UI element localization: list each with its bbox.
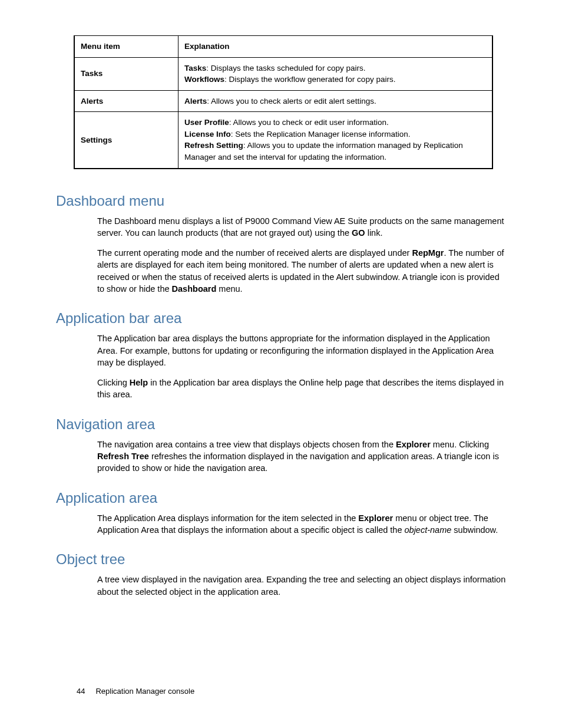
table-header-row: Menu item Explanation — [74, 36, 492, 58]
page-footer: 44Replication Manager console — [77, 687, 194, 696]
text-bold: Dashboard — [172, 284, 217, 294]
table-row: Tasks Tasks: Displays the tasks schedule… — [74, 57, 492, 90]
footer-title: Replication Manager console — [95, 687, 194, 696]
term-label: Refresh Setting — [184, 141, 243, 150]
term-label: Alerts — [184, 97, 207, 106]
text-run: refreshes the information displayed in t… — [97, 452, 499, 473]
text-run: link. — [365, 228, 383, 238]
heading-navigation-area: Navigation area — [56, 416, 506, 433]
heading-dashboard-menu: Dashboard menu — [56, 193, 506, 209]
text-run: Clicking — [97, 378, 130, 387]
document-page: Menu item Explanation Tasks Tasks: Displ… — [0, 0, 562, 728]
term-text: : Displays the workflow generated for co… — [224, 75, 395, 84]
text-bold: Refresh Tree — [97, 452, 149, 461]
menu-item-cell: Settings — [74, 112, 178, 169]
text-italic: object-name — [405, 525, 452, 535]
text-run: The navigation area contains a tree view… — [97, 440, 396, 449]
body-paragraph: The Application Area displays informatio… — [97, 512, 506, 536]
term-label: Workflows — [184, 75, 224, 84]
body-paragraph: The Dashboard menu displays a list of P9… — [97, 215, 506, 239]
text-run: in the Application bar area displays the… — [97, 378, 504, 399]
term-label: License Info — [184, 130, 231, 139]
term-text: : Allows you to check alerts or edit ale… — [207, 97, 376, 106]
body-paragraph: The current operating mode and the numbe… — [97, 247, 506, 295]
term-label: User Profile — [184, 118, 229, 127]
explanation-cell: Tasks: Displays the tasks scheduled for … — [178, 57, 493, 90]
text-bold: GO — [352, 228, 365, 238]
text-run: The Application Area displays informatio… — [97, 513, 358, 523]
heading-application-area: Application area — [56, 490, 506, 506]
text-run: menu. Clicking — [431, 440, 489, 449]
term-text: : Allows you to check or edit user infor… — [229, 118, 389, 127]
text-run: The current operating mode and the numbe… — [97, 248, 412, 258]
text-bold: RepMgr — [412, 248, 444, 258]
text-bold: Help — [130, 378, 148, 387]
body-paragraph: A tree view displayed in the navigation … — [97, 574, 506, 598]
page-number: 44 — [77, 687, 85, 696]
menu-table: Menu item Explanation Tasks Tasks: Displ… — [74, 35, 493, 169]
heading-object-tree: Object tree — [56, 551, 506, 568]
term-label: Tasks — [184, 64, 206, 73]
col-header-menu-item: Menu item — [74, 36, 178, 58]
explanation-cell: User Profile: Allows you to check or edi… — [178, 112, 493, 169]
explanation-cell: Alerts: Allows you to check alerts or ed… — [178, 90, 493, 112]
col-header-explanation: Explanation — [178, 36, 493, 58]
text-bold: Explorer — [358, 513, 393, 523]
text-run: subwindow. — [451, 525, 498, 535]
text-run: The Dashboard menu displays a list of P9… — [97, 216, 504, 238]
text-bold: Explorer — [396, 440, 431, 449]
menu-item-cell: Tasks — [74, 57, 178, 90]
body-paragraph: The navigation area contains a tree view… — [97, 439, 506, 475]
term-text: : Displays the tasks scheduled for copy … — [206, 64, 365, 73]
table-row: Alerts Alerts: Allows you to check alert… — [74, 90, 492, 112]
table-row: Settings User Profile: Allows you to che… — [74, 112, 492, 169]
term-text: : Sets the Replication Manager license i… — [231, 130, 411, 139]
text-run: menu. — [216, 284, 242, 294]
body-paragraph: Clicking Help in the Application bar are… — [97, 377, 506, 401]
heading-application-bar-area: Application bar area — [56, 310, 506, 327]
body-paragraph: The Application bar area displays the bu… — [97, 332, 506, 368]
menu-item-cell: Alerts — [74, 90, 178, 112]
